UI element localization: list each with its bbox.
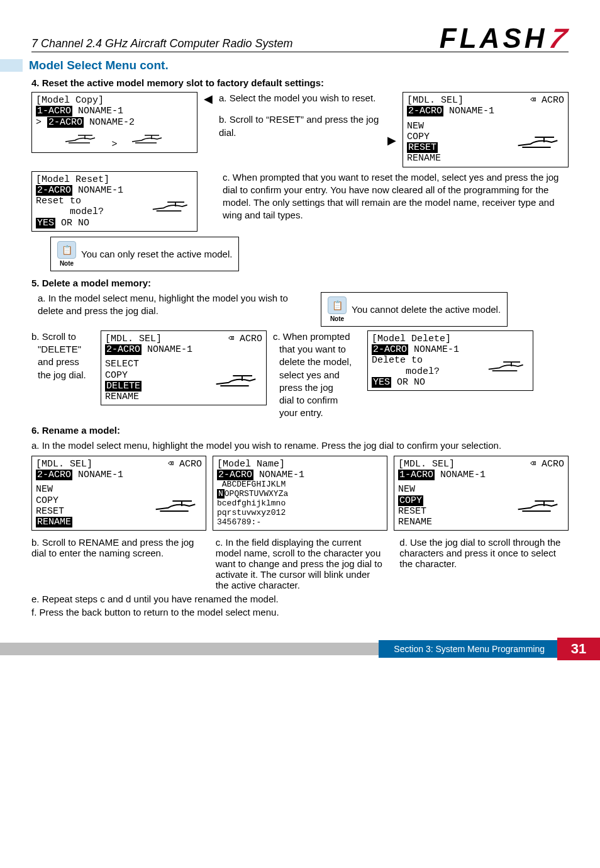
note-delete-active: 📋 Note You cannot delete the active mode… [321,292,508,327]
lcd-model-delete: [Model Delete] 2-ACRO NONAME-1 Delete to… [367,330,533,391]
step4-c-text: c. When prompted that you want to reset … [204,171,569,222]
footer-page-number: 31 [557,638,600,660]
step5-a-text: a. In the model select menu, highlight t… [31,292,302,318]
step6-e-text: e. Repeat steps c and d until you have r… [31,593,569,606]
lcd-rename-sel: [MDL. SEL]⌫ ACRO 2-ACRO NONAME-1 NEW COP… [31,456,206,531]
heli-icon [212,369,262,392]
section-title: Model Select Menu cont. [29,59,169,72]
step5-c-l4: select yes and [279,369,361,381]
step5-b-prefix: b. Scroll to [31,330,94,343]
right-arrow-icon: ▶ [387,92,396,147]
step4-b-text: b. Scroll to “RESET” and press the jog d… [219,113,381,139]
heli-icon [485,357,529,376]
step5-c-l7: your entry. [279,407,361,419]
page-header-title: 7 Channel 2.4 GHz Aircraft Computer Radi… [31,37,293,50]
footer-section-label: Section 3: System Menu Programming [379,640,560,658]
step6-b-text: b. Scroll to RENAME and press the jog di… [31,537,201,590]
section-tab [0,59,23,72]
left-arrow-icon: ◀ [204,92,213,106]
step5-c-l6: dial to confirm [279,394,361,407]
step6-d-text: d. Use the jog dial to scroll through th… [399,537,569,590]
note-icon: 📋 [328,296,347,314]
heli-icon [62,132,100,147]
step5-title: 5. Delete a model memory: [31,278,569,288]
step4-a-text: a. Select the model you wish to reset. [219,92,381,104]
heli-icon [149,197,193,216]
lcd-mdl-sel-delete: [MDL. SEL]⌫ ACRO 2-ACRO NONAME-1 SELECT … [101,330,267,406]
heli-icon [514,131,564,154]
step6-title: 6. Rename a model: [31,425,569,436]
flash-logo: FLASH7 [440,23,569,54]
step5-b-word: "DELETE" [38,343,94,356]
step5-c-l3: delete the model, [279,356,361,368]
step6-c-text: c. In the field displaying the current m… [216,537,385,590]
lcd-model-copy: [Model Copy] 1-ACRO NONAME-1 > 2-ACRO NO… [31,92,197,153]
step6-a-text: a. In the model select menu, highlight t… [31,439,569,452]
lcd-rename-result: [MDL. SEL]⌫ ACRO 1-ACRO NONAME-1 NEW COP… [394,456,569,531]
heli-icon [129,132,167,147]
lcd-mdl-sel-reset: [MDL. SEL]⌫ ACRO 2-ACRO NONAME-1 NEW COP… [403,92,569,167]
step5-c-l1: c. When prompted [273,330,361,343]
step4-title: 4. Reset the active model memory slot to… [31,77,569,88]
heli-icon [514,495,564,517]
lcd-model-reset: [Model Reset] 2-ACRO NONAME-1 Reset to m… [31,171,197,232]
lcd-model-name: [Model Name] 2-ACRO NONAME-1 ABCDEFGHIJK… [213,456,387,531]
step5-c-l5: press the jog [279,381,361,394]
note-reset-active: 📋 Note You can only reset the active mod… [50,237,239,271]
step5-b-rest2: the jog dial. [38,369,94,381]
heli-icon [152,495,202,517]
step6-f-text: f. Press the back button to return to th… [31,606,569,619]
step5-b-rest1: and press [38,356,94,368]
note-icon: 📋 [57,241,76,259]
step5-c-l2: that you want to [279,343,361,356]
page-footer: Section 3: System Menu Programming 31 [0,638,600,660]
